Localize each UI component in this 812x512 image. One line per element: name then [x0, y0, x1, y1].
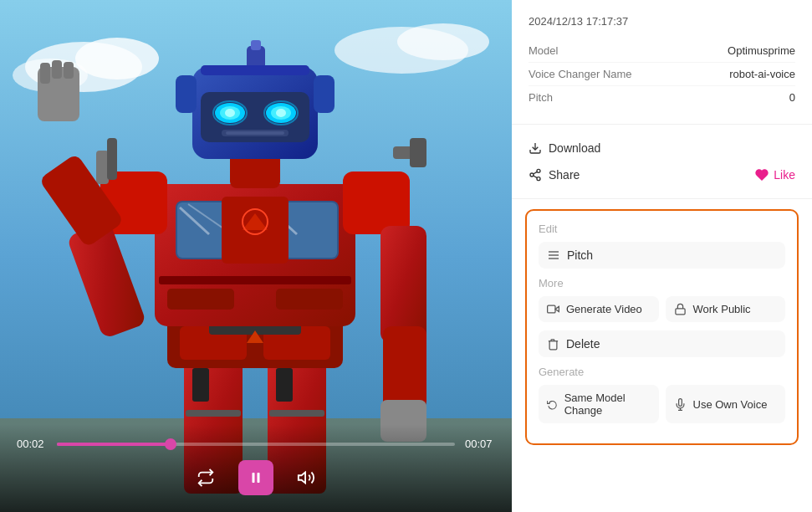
progress-thumb	[165, 438, 176, 450]
action-section: Download Share Like	[512, 125, 812, 199]
work-public-label: Work Public	[693, 303, 751, 315]
generate-video-button[interactable]: Generate Video	[539, 296, 659, 322]
model-value: Optimusprime	[728, 44, 795, 57]
pitch-button-label: Pitch	[567, 248, 593, 262]
svg-rect-54	[226, 131, 284, 135]
svg-rect-65	[253, 473, 255, 483]
video-controls: 00:02 00:07	[0, 424, 512, 512]
share-like-row: Share Like	[529, 161, 795, 188]
svg-rect-66	[258, 473, 260, 483]
svg-line-72	[534, 176, 538, 178]
delete-icon	[547, 338, 559, 351]
svg-rect-60	[159, 276, 351, 284]
svg-rect-59	[201, 65, 309, 75]
delete-label: Delete	[566, 337, 600, 351]
more-grid: Generate Video Work Public	[539, 296, 785, 322]
volume-icon	[297, 468, 315, 487]
svg-rect-34	[410, 138, 426, 167]
same-model-label: Same Model Change	[564, 392, 651, 417]
pitch-icon	[547, 248, 560, 262]
pitch-row: Pitch 0	[529, 86, 795, 109]
voice-changer-row: Voice Changer Name robot-ai-voice	[529, 63, 795, 86]
svg-rect-41	[380, 226, 426, 343]
voice-changer-label: Voice Changer Name	[529, 68, 632, 80]
pitch-label: Pitch	[529, 91, 553, 104]
use-own-voice-button[interactable]: Use Own Voice	[666, 385, 786, 423]
play-pause-button[interactable]	[238, 460, 273, 495]
svg-point-52	[276, 109, 286, 117]
svg-line-73	[534, 172, 538, 174]
timestamp: 2024/12/13 17:17:37	[529, 15, 795, 28]
svg-rect-58	[314, 75, 335, 113]
volume-button[interactable]	[294, 465, 319, 490]
svg-rect-32	[107, 138, 117, 180]
model-row: Model Optimusprime	[529, 39, 795, 63]
svg-rect-9	[192, 368, 209, 402]
download-button[interactable]: Download	[529, 135, 795, 161]
total-time: 00:07	[465, 438, 495, 450]
svg-rect-39	[52, 60, 62, 79]
controls-row	[17, 460, 495, 495]
more-title: More	[539, 277, 785, 289]
svg-rect-78	[548, 305, 555, 313]
model-label: Model	[529, 44, 558, 57]
svg-point-71	[537, 177, 540, 181]
lock-icon	[674, 303, 687, 315]
svg-rect-10	[276, 368, 293, 402]
share-label: Share	[549, 168, 580, 182]
repeat-button[interactable]	[193, 465, 218, 490]
svg-point-70	[530, 173, 534, 177]
info-section: 2024/12/13 17:17:37 Model Optimusprime V…	[512, 0, 812, 125]
pitch-value: 0	[789, 91, 795, 104]
svg-point-49	[225, 109, 235, 117]
svg-rect-62	[276, 289, 343, 310]
like-label: Like	[774, 168, 795, 182]
progress-track[interactable]	[57, 443, 455, 446]
svg-rect-30	[343, 172, 410, 234]
svg-rect-79	[675, 309, 684, 315]
generate-video-icon	[547, 303, 559, 315]
edit-title: Edit	[539, 223, 785, 235]
share-button[interactable]: Share	[529, 161, 580, 188]
svg-marker-67	[299, 473, 305, 484]
use-own-voice-label: Use Own Voice	[693, 398, 768, 411]
pause-icon	[248, 470, 263, 485]
same-model-button[interactable]: Same Model Change	[539, 385, 659, 423]
media-panel: 00:02 00:07	[0, 0, 512, 512]
svg-point-69	[537, 169, 540, 172]
voice-changer-value: robot-ai-voice	[729, 68, 795, 80]
svg-point-2	[75, 38, 159, 79]
svg-rect-42	[383, 326, 426, 410]
same-model-icon	[547, 398, 558, 411]
progress-bar-container[interactable]: 00:02 00:07	[17, 438, 495, 450]
like-button[interactable]: Like	[755, 168, 795, 182]
heart-icon	[755, 168, 769, 182]
svg-point-5	[397, 23, 489, 60]
download-icon	[529, 141, 542, 155]
svg-rect-57	[176, 75, 197, 113]
repeat-icon	[197, 468, 215, 487]
current-time: 00:02	[17, 438, 47, 450]
svg-rect-11	[186, 410, 241, 417]
svg-rect-40	[64, 62, 74, 79]
svg-rect-12	[269, 410, 324, 417]
right-panel: 2024/12/13 17:17:37 Model Optimusprime V…	[512, 0, 812, 512]
progress-fill	[57, 443, 171, 446]
edit-section: Edit Pitch More Generate Video	[525, 209, 799, 445]
generate-grid: Same Model Change Use Own Voice	[539, 385, 785, 423]
pitch-button[interactable]: Pitch	[539, 242, 785, 269]
delete-button[interactable]: Delete	[539, 330, 785, 357]
work-public-button[interactable]: Work Public	[666, 296, 786, 322]
svg-rect-61	[167, 289, 234, 310]
info-table: Model Optimusprime Voice Changer Name ro…	[529, 39, 795, 109]
microphone-icon	[674, 398, 687, 411]
share-icon	[529, 168, 542, 182]
svg-marker-77	[555, 306, 559, 311]
svg-rect-56	[251, 40, 261, 50]
generate-video-label: Generate Video	[566, 303, 642, 315]
download-label: Download	[549, 141, 600, 155]
svg-rect-38	[40, 63, 50, 84]
generate-title: Generate	[539, 366, 785, 378]
svg-rect-31	[96, 151, 109, 184]
